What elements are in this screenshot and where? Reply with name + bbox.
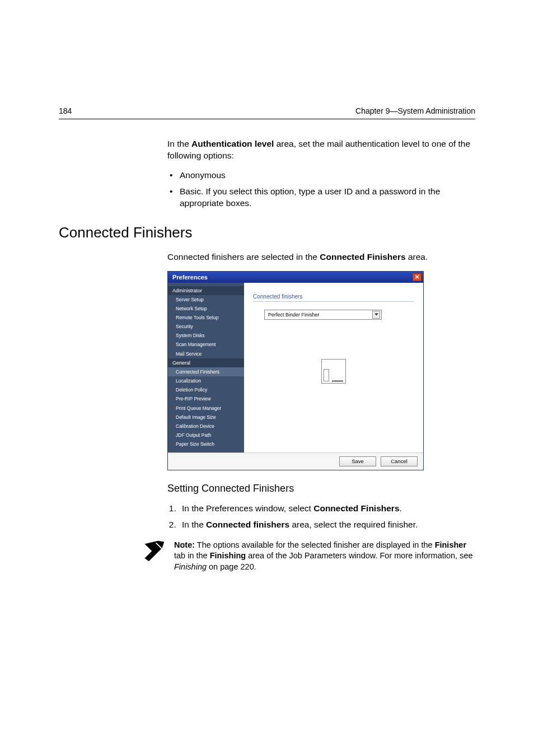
finisher-dropdown-value: Perfect Binder Finisher bbox=[268, 312, 320, 318]
bullet-anonymous: Anonymous bbox=[167, 170, 475, 181]
note-text: Note: The options available for the sele… bbox=[174, 540, 475, 573]
preferences-dialog: Preferences ✕ Administrator Server Setup… bbox=[167, 271, 424, 470]
sidebar-item-connected-finishers[interactable]: Connected Finishers bbox=[168, 367, 244, 376]
dialog-title: Preferences bbox=[172, 274, 208, 281]
sidebar-item-localization[interactable]: Localization bbox=[168, 376, 244, 385]
dialog-footer: Save Cancel bbox=[168, 452, 423, 470]
chapter-label: Chapter 9—System Administration bbox=[355, 106, 475, 115]
auth-options-list: Anonymous Basic. If you select this opti… bbox=[167, 170, 475, 209]
content-header: Connected finishers bbox=[253, 293, 414, 302]
sidebar-group-general: General bbox=[168, 358, 244, 367]
titlebar: Preferences ✕ bbox=[168, 272, 423, 283]
sidebar-item-scan-management[interactable]: Scan Management bbox=[168, 340, 244, 349]
auth-level-bold: Authentication level bbox=[191, 139, 274, 148]
sidebar-item-mail-service[interactable]: Mail Service bbox=[168, 349, 244, 358]
sidebar-item-pre-rip-preview[interactable]: Pre-RIP Preview bbox=[168, 394, 244, 403]
bullet-basic: Basic. If you select this option, type a… bbox=[167, 186, 475, 209]
finisher-dropdown[interactable]: Perfect Binder Finisher bbox=[264, 310, 382, 320]
step-1: In the Preferences window, select Connec… bbox=[179, 502, 475, 515]
sidebar-item-calibration-device[interactable]: Calibration Device bbox=[168, 422, 244, 431]
finisher-preview-image bbox=[321, 359, 346, 384]
sidebar-item-network-setup[interactable]: Network Setup bbox=[168, 304, 244, 313]
close-icon: ✕ bbox=[415, 274, 419, 280]
sidebar-item-paper-size-switch[interactable]: Paper Size Switch bbox=[168, 440, 244, 449]
chevron-down-icon bbox=[372, 311, 380, 319]
section-intro: Connected finishers are selected in the … bbox=[167, 251, 475, 263]
sidebar-item-server-setup[interactable]: Server Setup bbox=[168, 295, 244, 304]
step-2: In the Connected finishers area, select … bbox=[179, 519, 475, 531]
svg-marker-0 bbox=[374, 313, 378, 315]
save-button[interactable]: Save bbox=[339, 456, 376, 466]
dialog-content: Connected finishers Perfect Binder Finis… bbox=[244, 283, 423, 452]
sidebar-item-jdf-output-path[interactable]: JDF Output Path bbox=[168, 431, 244, 440]
sidebar-item-default-image-size[interactable]: Default Image Size bbox=[168, 413, 244, 422]
cancel-button[interactable]: Cancel bbox=[381, 456, 418, 466]
section-title: Connected Finishers bbox=[59, 224, 475, 241]
sidebar-item-security[interactable]: Security bbox=[168, 322, 244, 331]
preferences-sidebar: Administrator Server Setup Network Setup… bbox=[168, 283, 244, 452]
sidebar-item-print-queue-manager[interactable]: Print Queue Manager bbox=[168, 404, 244, 413]
page-number: 184 bbox=[59, 106, 72, 115]
sidebar-item-system-disks[interactable]: System Disks bbox=[168, 331, 244, 340]
subsection-title: Setting Connected Finishers bbox=[167, 483, 475, 494]
sidebar-item-deletion-policy[interactable]: Deletion Policy bbox=[168, 385, 244, 394]
steps-list: In the Preferences window, select Connec… bbox=[179, 502, 475, 531]
note-icon bbox=[142, 539, 166, 563]
header-rule bbox=[59, 119, 475, 119]
auth-intro: In the Authentication level area, set th… bbox=[167, 138, 475, 162]
sidebar-item-remote-tools-setup[interactable]: Remote Tools Setup bbox=[168, 313, 244, 322]
sidebar-group-administrator: Administrator bbox=[168, 286, 244, 295]
close-button[interactable]: ✕ bbox=[413, 273, 421, 281]
